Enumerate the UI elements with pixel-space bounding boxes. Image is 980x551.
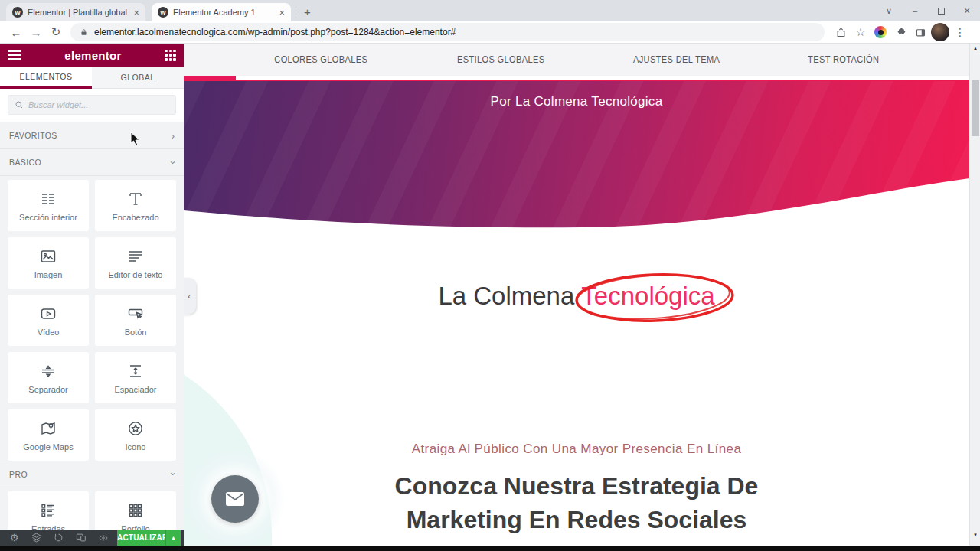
editor-canvas: COLORES GLOBALES ESTILOS GLOBALES AJUSTE…	[184, 44, 969, 546]
widget-imagen[interactable]: Imagen	[8, 237, 89, 289]
section-pro[interactable]: PRO ›	[0, 461, 184, 487]
settings-gear-icon[interactable]: ⚙	[3, 530, 25, 546]
widget-search-box[interactable]	[8, 95, 176, 115]
divider-icon	[39, 362, 57, 380]
window-menu-chevron-icon[interactable]: ∨	[876, 0, 902, 21]
profile-avatar[interactable]	[930, 23, 950, 41]
wordpress-favicon-icon: W	[158, 7, 168, 18]
window-minimize-button[interactable]: –	[902, 0, 928, 21]
widget-espaciador[interactable]: Espaciador	[95, 352, 176, 403]
section-favoritos[interactable]: FAVORITOS ›	[0, 122, 184, 149]
site-nav-menu: COLORES GLOBALES ESTILOS GLOBALES AJUSTE…	[184, 44, 969, 76]
search-input[interactable]	[28, 100, 169, 109]
extension-colorful-icon[interactable]	[871, 26, 890, 38]
url-text: elementor.lacolmenatecnologica.com/wp-ad…	[94, 27, 456, 37]
nav-item-ajustes-del-tema[interactable]: AJUSTES DEL TEMA	[633, 54, 720, 65]
text-editor-icon	[126, 247, 145, 266]
window-close-button[interactable]: ×	[954, 0, 980, 21]
window-restore-button[interactable]	[928, 0, 954, 21]
brand-part1: La Colmena	[438, 282, 574, 311]
widget-icono[interactable]: Icono	[95, 409, 176, 461]
tab-global[interactable]: GLOBAL	[92, 67, 184, 89]
widget-editor-de-texto[interactable]: Editor de texto	[95, 237, 176, 289]
image-icon	[39, 247, 57, 266]
tab-title: Elementor Academy 1	[173, 8, 274, 17]
panel-tabs: ELEMENTOS GLOBAL	[0, 67, 184, 89]
widget-encabezado[interactable]: Encabezado	[95, 180, 176, 231]
nav-item-test-rotacion[interactable]: TEST ROTACIÓN	[808, 54, 880, 65]
browser-tabstrip: W Elementor | Plantilla global de wi × W…	[0, 0, 980, 21]
google-maps-icon	[39, 419, 57, 438]
widgets-grid-icon[interactable]	[165, 50, 176, 61]
nav-item-colores-globales[interactable]: COLORES GLOBALES	[274, 54, 368, 65]
tab-close-icon[interactable]: ×	[133, 7, 139, 18]
hamburger-menu-icon[interactable]	[8, 50, 21, 60]
browser-tab-2[interactable]: W Elementor Academy 1 ×	[152, 3, 291, 21]
browser-toolbar: ← → ↻ elementor.lacolmenatecnologica.com…	[0, 21, 980, 44]
search-band	[0, 89, 184, 122]
tab-title: Elementor | Plantilla global de wi	[28, 8, 129, 17]
update-options-caret-button[interactable]: ▲	[165, 530, 181, 546]
wave-shape-divider	[184, 177, 969, 230]
history-icon[interactable]	[47, 530, 70, 546]
bookmark-star-icon[interactable]: ☆	[851, 26, 871, 38]
video-icon	[39, 305, 57, 323]
widget-boton[interactable]: Botón	[95, 295, 176, 346]
elementor-logo: elementor	[21, 49, 165, 62]
extensions-puzzle-icon[interactable]	[890, 27, 910, 38]
brand-logo[interactable]: La Colmena Tecnológica	[184, 273, 969, 319]
chevron-down-icon: ›	[167, 161, 178, 164]
spacer-icon	[126, 362, 145, 380]
bottom-black-strip	[0, 546, 980, 551]
lower-copy-block: Atraiga Al Público Con Una Mayor Presenc…	[184, 442, 969, 536]
scroll-up-arrow-icon[interactable]: ▲	[970, 44, 980, 53]
widget-seccion-interior[interactable]: Sección interior	[8, 180, 89, 231]
widget-separador[interactable]: Separador	[8, 352, 89, 403]
tab-elementos[interactable]: ELEMENTOS	[0, 67, 92, 89]
portfolio-icon	[126, 501, 145, 520]
navigator-layers-icon[interactable]	[25, 530, 47, 546]
widget-video[interactable]: Vídeo	[8, 295, 89, 346]
chevron-right-icon: ›	[172, 130, 175, 142]
new-tab-button[interactable]: +	[304, 5, 311, 21]
url-bar[interactable]: elementor.lacolmenatecnologica.com/wp-ad…	[70, 23, 825, 41]
panel-footer: ⚙ ACTUALIZAR ▲	[0, 530, 184, 546]
brand-part2: Tecnológica	[581, 282, 714, 311]
nav-item-estilos-globales[interactable]: ESTILOS GLOBALES	[457, 54, 544, 65]
search-icon	[15, 100, 24, 109]
preview-eye-icon[interactable]	[92, 530, 114, 546]
side-panel-icon[interactable]	[910, 27, 930, 38]
window-controls: ∨ – ×	[876, 0, 980, 21]
browser-tab-1[interactable]: W Elementor | Plantilla global de wi ×	[6, 3, 145, 21]
lock-icon	[80, 28, 88, 37]
browser-menu-dots-icon[interactable]: ⋮	[950, 26, 970, 38]
reload-button[interactable]: ↻	[46, 25, 66, 39]
panel-header: elementor	[0, 44, 184, 67]
back-button[interactable]: ←	[6, 26, 26, 39]
share-icon[interactable]	[831, 27, 851, 38]
hero-subtitle-text[interactable]: Por La Colmena Tecnológica	[184, 81, 969, 109]
button-icon	[126, 305, 145, 323]
scroll-down-arrow-icon[interactable]: ▼	[970, 530, 980, 540]
forward-button[interactable]: →	[26, 26, 46, 39]
tagline-text[interactable]: Atraiga Al Público Con Una Mayor Presenc…	[184, 442, 969, 457]
basico-widget-grid: Sección interior Encabezado Imagen Edito…	[0, 176, 184, 461]
tab-separator	[296, 7, 296, 18]
scrollbar-thumb[interactable]	[972, 80, 979, 136]
actualizar-button[interactable]: ACTUALIZAR	[117, 530, 165, 546]
panel-collapse-handle[interactable]: ‹	[184, 278, 196, 315]
wordpress-favicon-icon: W	[12, 7, 23, 18]
mouse-cursor	[130, 132, 142, 147]
main-heading[interactable]: Conozca Nuestra Estrategia De Marketing …	[184, 469, 969, 536]
elementor-panel: elementor ELEMENTOS GLOBAL FAVORITOS › B…	[0, 44, 184, 546]
inner-section-icon	[39, 190, 57, 208]
widget-google-maps[interactable]: Google Maps	[8, 409, 89, 461]
heading-icon	[126, 190, 145, 208]
posts-icon	[39, 501, 57, 520]
tab-close-icon[interactable]: ×	[279, 7, 285, 18]
chevron-down-icon: ›	[167, 472, 178, 475]
hero-section[interactable]: Por La Colmena Tecnológica	[184, 80, 969, 230]
page-scrollbar[interactable]: ▲ ▼	[969, 44, 980, 546]
responsive-mode-icon[interactable]	[70, 530, 92, 546]
section-basico[interactable]: BÁSICO ›	[0, 149, 184, 176]
